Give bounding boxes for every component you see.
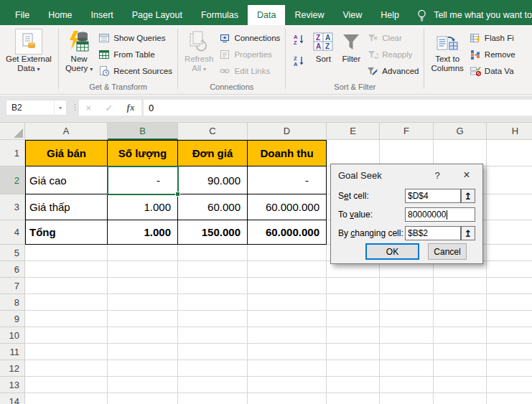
row-header-2[interactable]: 2 [0,166,25,194]
cell-B8[interactable] [108,294,178,311]
cell-H12[interactable] [487,360,532,377]
cell-H1[interactable] [487,140,532,166]
set-cell-range-picker-icon[interactable]: ↥ [461,189,475,203]
filter-button[interactable]: Filter [337,28,365,65]
tab-data[interactable]: Data [248,5,285,25]
row-header-6[interactable]: 6 [0,261,25,278]
show-queries-button[interactable]: Show Queries [96,29,174,46]
tab-review[interactable]: Review [285,5,333,25]
cell-F11[interactable] [380,344,434,360]
cell-A4[interactable]: Tổng [25,220,108,245]
cell-F12[interactable] [380,360,434,377]
cell-A7[interactable] [25,278,108,294]
cell-C13[interactable] [178,377,248,393]
dialog-title[interactable]: Goal Seek [338,170,382,181]
cell-A11[interactable] [25,344,108,360]
cell-E12[interactable] [327,360,380,377]
cell-H6[interactable] [487,261,532,278]
row-header-3[interactable]: 3 [0,194,25,220]
cell-D6[interactable] [248,261,327,278]
column-header-b[interactable]: B [108,123,178,140]
cell-A9[interactable] [25,311,108,327]
cell-A8[interactable] [25,294,108,311]
cancel-button[interactable]: Cancel [428,243,467,260]
cell-E13[interactable] [327,377,380,393]
refresh-all-button[interactable]: Refresh All▾ [181,28,217,75]
cell-G10[interactable] [434,327,487,344]
cell-H8[interactable] [487,294,532,311]
cell-D2[interactable]: - [248,166,327,194]
cell-D7[interactable] [248,278,327,294]
cell-H5[interactable] [487,245,532,261]
remove-duplicates-button[interactable]: Remove [467,46,518,62]
recent-sources-button[interactable]: Recent Sources [96,62,174,79]
cell-G7[interactable] [434,278,487,294]
cell-D5[interactable] [248,245,327,261]
cell-C12[interactable] [178,360,248,377]
cell-B14[interactable] [108,393,178,404]
cell-D11[interactable] [248,344,327,360]
cell-A5[interactable] [25,245,108,261]
name-box[interactable]: B2 ▾ [6,100,67,116]
cell-H4[interactable] [487,220,532,245]
to-value-input[interactable]: 80000000 [405,207,475,222]
row-header-8[interactable]: 8 [0,294,25,311]
by-changing-cell-range-picker-icon[interactable]: ↥ [461,226,475,240]
cell-H13[interactable] [487,377,532,393]
cell-E10[interactable] [327,327,380,344]
row-header-7[interactable]: 7 [0,278,25,294]
cell-B13[interactable] [108,377,178,393]
cell-C6[interactable] [178,261,248,278]
cell-B10[interactable] [108,327,178,344]
cell-C7[interactable] [178,278,248,294]
cell-A6[interactable] [25,261,108,278]
cell-B3[interactable]: 1.000 [108,194,178,220]
cell-E14[interactable] [327,393,380,404]
connections-button[interactable]: Connections [217,29,282,46]
cell-C10[interactable] [178,327,248,344]
cell-D14[interactable] [248,393,327,404]
cell-C2[interactable]: 90.000 [178,166,248,194]
cell-B1[interactable]: Số lượng [108,140,178,166]
tab-page-layout[interactable]: Page Layout [123,5,192,25]
from-table-button[interactable]: From Table [96,46,174,62]
cell-G13[interactable] [434,377,487,393]
cell-F10[interactable] [380,327,434,344]
cell-G11[interactable] [434,344,487,360]
tell-me-box[interactable]: Tell me what you want to [416,0,532,25]
sort-descending-button[interactable]: ZA [290,52,307,69]
cell-E11[interactable] [327,344,380,360]
set-cell-input[interactable] [405,189,461,203]
cell-G9[interactable] [434,311,487,327]
cell-H7[interactable] [487,278,532,294]
cell-E7[interactable] [327,278,380,294]
fill-handle[interactable] [175,192,180,197]
row-header-5[interactable]: 5 [0,245,25,261]
cell-C11[interactable] [178,344,248,360]
tab-formulas[interactable]: Formulas [192,5,248,25]
cell-B9[interactable] [108,311,178,327]
cell-A13[interactable] [25,377,108,393]
data-validation-button[interactable]: Data Va [467,62,518,79]
cell-F13[interactable] [380,377,434,393]
edit-links-button[interactable]: Edit Links [217,62,282,79]
cell-A2[interactable]: Giá cao [25,166,108,194]
column-header-d[interactable]: D [248,123,327,140]
cell-B6[interactable] [108,261,178,278]
select-all-button[interactable] [0,123,25,140]
cell-F9[interactable] [380,311,434,327]
cell-H10[interactable] [487,327,532,344]
cell-H9[interactable] [487,311,532,327]
by-changing-cell-input[interactable] [405,226,461,240]
cell-H3[interactable] [487,194,532,220]
cell-F8[interactable] [380,294,434,311]
cell-H11[interactable] [487,344,532,360]
row-header-4[interactable]: 4 [0,220,25,245]
cell-B12[interactable] [108,360,178,377]
column-header-a[interactable]: A [25,123,108,140]
column-header-f[interactable]: F [380,123,434,140]
cell-D9[interactable] [248,311,327,327]
cell-G14[interactable] [434,393,487,404]
tab-view[interactable]: View [333,5,371,25]
get-external-data-button[interactable]: Get External Data▾ [2,28,55,75]
